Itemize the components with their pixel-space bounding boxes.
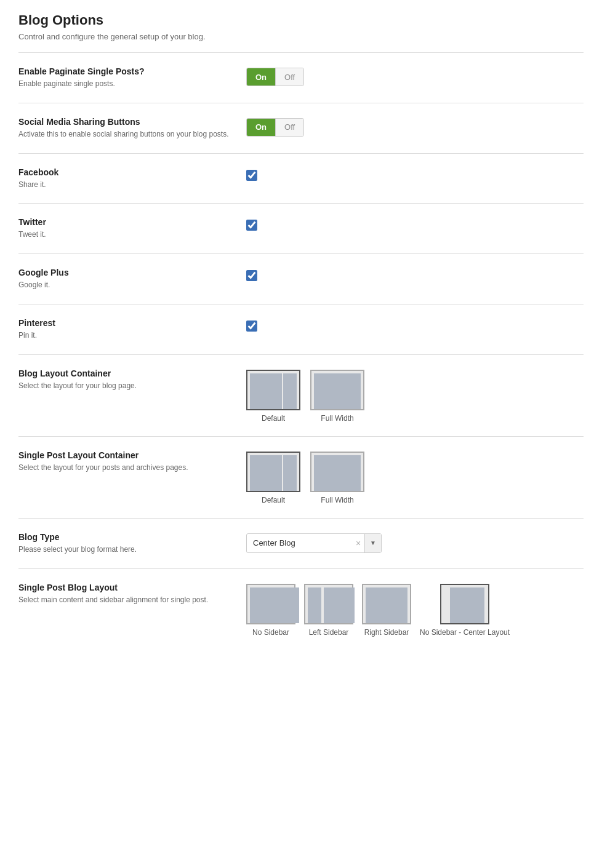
option-desc-single-post-layout: Select the layout for your posts and arc… xyxy=(18,463,234,473)
thumb-main-block xyxy=(250,455,282,491)
option-row-twitter: Twitter Tweet it. xyxy=(18,204,584,254)
blog-layout-fullwidth-label: Full Width xyxy=(321,414,353,423)
toggle-social-off-btn[interactable]: Off xyxy=(276,119,303,136)
blog-layout-default-thumb xyxy=(246,370,300,410)
option-control-blog-layout: Default Full Width xyxy=(246,368,584,423)
thumb-sidebar-block xyxy=(283,373,297,409)
option-label-blog-type: Blog Type xyxy=(18,532,234,542)
single-post-layout-default[interactable]: Default xyxy=(246,452,300,504)
checkbox-google-plus[interactable] xyxy=(246,270,257,281)
blog-type-select[interactable]: Center Blog × ▼ xyxy=(246,533,382,553)
option-label-col-social: Social Media Sharing Buttons Activate th… xyxy=(18,117,246,140)
option-control-single-blog-layout: No Sidebar Left Sidebar Right Sidebar xyxy=(246,583,584,637)
thumb-sidebar-block xyxy=(308,587,321,623)
single-post-layout-options: Default Full Width xyxy=(246,452,364,504)
option-label-col-google-plus: Google Plus Google it. xyxy=(18,268,246,290)
chevron-down-icon: ▼ xyxy=(370,540,376,546)
option-desc-twitter: Tweet it. xyxy=(18,229,234,240)
option-label-single-blog-layout: Single Post Blog Layout xyxy=(18,583,234,592)
option-row-enable-paginate: Enable Paginate Single Posts? Enable pag… xyxy=(18,53,584,103)
blog-layout-default[interactable]: Default xyxy=(246,370,300,423)
option-row-pinterest: Pinterest Pin it. xyxy=(18,305,584,355)
blog-type-arrow[interactable]: ▼ xyxy=(364,534,381,552)
option-label-col: Enable Paginate Single Posts? Enable pag… xyxy=(18,66,246,89)
option-desc-pinterest: Pin it. xyxy=(18,330,234,341)
option-control-social-media: On Off xyxy=(246,117,584,137)
blog-layout-fullwidth-thumb xyxy=(310,370,364,410)
option-desc-facebook: Share it. xyxy=(18,180,234,190)
option-control-single-post-layout: Default Full Width xyxy=(246,450,584,504)
option-label-col-twitter: Twitter Tweet it. xyxy=(18,217,246,240)
option-label-pinterest: Pinterest xyxy=(18,318,234,328)
checkbox-pinterest[interactable] xyxy=(246,321,257,332)
toggle-enable-paginate[interactable]: On Off xyxy=(246,68,304,86)
thumb-sidebar-block xyxy=(283,455,297,491)
option-label-facebook: Facebook xyxy=(18,167,234,177)
thumb-sidebar-block xyxy=(394,587,407,623)
option-label-single-post-layout: Single Post Layout Container xyxy=(18,450,234,460)
option-row-google-plus: Google Plus Google it. xyxy=(18,254,584,305)
toggle-on-btn[interactable]: On xyxy=(247,68,276,86)
single-blog-layout-options: No Sidebar Left Sidebar Right Sidebar xyxy=(246,584,510,637)
single-post-layout-default-label: Default xyxy=(262,496,285,504)
option-label-col-blog-layout: Blog Layout Container Select the layout … xyxy=(18,368,246,391)
thumb-main-block xyxy=(450,587,484,623)
toggle-social-on-btn[interactable]: On xyxy=(247,119,276,136)
blog-layout-fullwidth[interactable]: Full Width xyxy=(310,370,364,423)
option-label-social-media: Social Media Sharing Buttons xyxy=(18,117,234,127)
page-subtitle: Control and configure the general setup … xyxy=(18,32,584,41)
thumb-full-main-block xyxy=(314,373,361,409)
option-label-col-single-post-layout: Single Post Layout Container Select the … xyxy=(18,450,246,473)
single-blog-layout-leftsidebar[interactable]: Left Sidebar xyxy=(304,584,353,637)
option-row-blog-layout: Blog Layout Container Select the layout … xyxy=(18,355,584,437)
option-control-twitter xyxy=(246,217,584,231)
thumb-full-main-block xyxy=(314,455,361,491)
single-blog-layout-nosidebar-center[interactable]: No Sidebar - Center Layout xyxy=(420,584,510,637)
option-label-google-plus: Google Plus xyxy=(18,268,234,277)
option-control-enable-paginate: On Off xyxy=(246,66,584,86)
option-row-single-post-layout: Single Post Layout Container Select the … xyxy=(18,437,584,519)
single-blog-layout-rightsidebar[interactable]: Right Sidebar xyxy=(362,584,411,637)
option-control-pinterest xyxy=(246,318,584,332)
leftsidebar-label: Left Sidebar xyxy=(309,628,349,637)
rightsidebar-label: Right Sidebar xyxy=(364,628,409,637)
toggle-social-media[interactable]: On Off xyxy=(246,118,304,137)
nosidebar-thumb xyxy=(246,584,295,624)
checkbox-facebook[interactable] xyxy=(246,170,257,181)
option-desc-social-media: Activate this to enable social sharing b… xyxy=(18,129,234,140)
option-row-facebook: Facebook Share it. xyxy=(18,154,584,204)
option-label-twitter: Twitter xyxy=(18,217,234,227)
option-label-col-facebook: Facebook Share it. xyxy=(18,167,246,190)
option-label-col-pinterest: Pinterest Pin it. xyxy=(18,318,246,341)
option-label-blog-layout: Blog Layout Container xyxy=(18,368,234,378)
option-desc-single-blog-layout: Select main content and sidebar alignmen… xyxy=(18,595,234,605)
single-post-layout-fullwidth[interactable]: Full Width xyxy=(310,452,364,504)
thumb-main-block xyxy=(250,587,299,623)
blog-type-clear[interactable]: × xyxy=(352,538,364,548)
option-control-facebook xyxy=(246,167,584,181)
option-desc-blog-type: Please select your blog format here. xyxy=(18,544,234,555)
single-blog-layout-nosidebar[interactable]: No Sidebar xyxy=(246,584,295,637)
option-row-single-post-blog-layout: Single Post Blog Layout Select main cont… xyxy=(18,569,584,650)
rightsidebar-thumb xyxy=(362,584,411,624)
option-row-social-media: Social Media Sharing Buttons Activate th… xyxy=(18,103,584,154)
thumb-main-block xyxy=(324,587,355,623)
option-desc-enable-paginate: Enable paginate single posts. xyxy=(18,79,234,89)
nosidebar-label: No Sidebar xyxy=(252,628,289,637)
checkbox-twitter[interactable] xyxy=(246,220,257,231)
blog-layout-default-label: Default xyxy=(262,414,285,423)
blog-type-value: Center Blog xyxy=(247,538,352,547)
option-label-enable-paginate: Enable Paginate Single Posts? xyxy=(18,66,234,76)
option-desc-google-plus: Google it. xyxy=(18,280,234,290)
toggle-off-btn[interactable]: Off xyxy=(276,68,303,86)
option-label-col-single-blog-layout: Single Post Blog Layout Select main cont… xyxy=(18,583,246,605)
option-row-blog-type: Blog Type Please select your blog format… xyxy=(18,519,584,569)
thumb-main-block xyxy=(250,373,282,409)
option-control-google-plus xyxy=(246,268,584,281)
single-post-layout-default-thumb xyxy=(246,452,300,492)
single-post-layout-fullwidth-thumb xyxy=(310,452,364,492)
nosidebar-center-label: No Sidebar - Center Layout xyxy=(420,628,510,637)
option-desc-blog-layout: Select the layout for your blog page. xyxy=(18,381,234,391)
nosidebar-center-thumb xyxy=(440,584,489,624)
option-label-col-blog-type: Blog Type Please select your blog format… xyxy=(18,532,246,555)
